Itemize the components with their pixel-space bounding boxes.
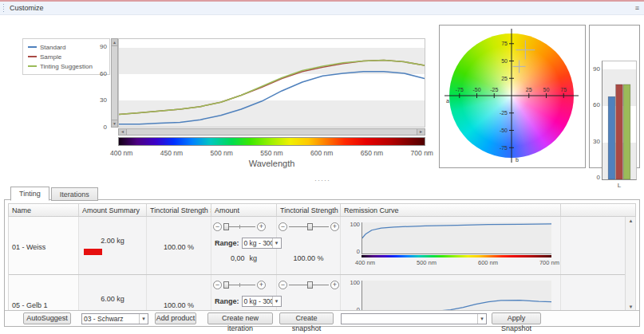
slider-midpoint [239,225,240,229]
amount-summary-value: 6.00 kg [79,295,146,303]
tab-tinting[interactable]: Tinting [10,187,49,201]
legend-label: Sample [40,53,61,61]
tinting-panel: Name Amount Summary Tinctorial Strength … [4,199,640,327]
snapshot-dropdown[interactable]: ▾ [341,313,487,324]
column-header-name[interactable]: Name [9,204,79,216]
standard-line-swatch [28,46,37,48]
column-header-amount-summary[interactable]: Amount Summary [79,204,147,216]
spectral-horizontal-zoom-scrollbar[interactable]: ◄ ► [118,128,425,136]
lightness-plot-area [602,61,637,180]
chevron-down-icon[interactable]: ▾ [139,314,148,324]
amount-bar [84,249,102,255]
product-name: 05 - Gelb 1 [12,301,48,309]
tinctorial-slider[interactable]: − + [279,222,339,231]
amount-slider-track[interactable] [223,222,255,231]
range-dropdown[interactable]: 0 kg - 300 l ▾ [242,296,282,307]
svg-text:50: 50 [543,87,550,92]
table-row[interactable]: 01 - Weiss 2.00 kg 100.00 % − [9,217,635,275]
cell-amount: − + Range: 0 kg - 300 l ▾ [211,275,277,311]
amount-slider[interactable]: − + [213,281,266,289]
scroll-down-icon[interactable]: ▼ [112,120,117,127]
range-dropdown[interactable]: 0 kg - 300 l ▾ [242,238,282,249]
amount-number: 0,00 [231,254,245,262]
lightness-chart-panel: 9060300 L [589,25,640,168]
increase-strength-icon[interactable]: + [330,281,339,289]
range-dropdown-value: 0 kg - 300 l [243,297,272,305]
tinctorial-slider-track[interactable] [289,281,329,289]
wavelength-spectrum-strip [118,137,425,146]
create-new-iteration-button[interactable]: Create new iteration [207,312,273,324]
cell-remission-curve: 1000 400 nm500 nm600 nm700 nm [341,275,561,311]
increase-amount-icon[interactable]: + [257,222,266,231]
amount-summary-value: 2.00 kg [79,237,146,245]
tinctorial-summary-value: 100.00 % [147,243,211,251]
amount-slider-handle[interactable] [223,223,229,230]
scroll-down-icon[interactable]: ▼ [626,305,636,309]
table-row[interactable]: 05 - Gelb 1 6.00 kg 100.00 % − + [9,275,635,311]
range-row: Range: 0 kg - 300 l ▾ [215,296,282,307]
tinting-line-swatch [28,65,37,67]
add-product-button[interactable]: Add product [155,312,196,324]
range-label: Range: [215,297,239,305]
increase-strength-icon[interactable]: + [330,222,339,231]
legend-label: Tinting Suggestion [40,63,93,70]
range-dropdown-value: 0 kg - 300 l [243,239,272,247]
customize-toolbar: Customize ≡ [0,0,644,15]
decrease-strength-icon[interactable]: − [279,222,287,231]
scroll-up-icon[interactable]: ▲ [112,39,117,46]
apply-snapshot-button[interactable]: Apply Snapshot [492,312,541,324]
tinctorial-slider[interactable]: − + [279,281,339,289]
tinctorial-slider-handle[interactable] [307,281,313,289]
grid-header: Name Amount Summary Tinctorial Strength … [8,203,636,217]
legend-label: Standard [40,44,65,51]
decrease-amount-icon[interactable]: − [213,281,222,289]
amount-unit: kg [250,254,258,262]
decrease-amount-icon[interactable]: − [213,222,222,231]
bottom-tab-bar: Tinting Iterations [10,187,100,201]
column-header-tinctorial-summary[interactable]: Tinctorial Strength Su... [147,204,211,216]
remission-chart: 1000 400 nm500 nm600 nm700 nm [349,221,553,269]
remission-x-labels: 400 nm500 nm600 nm700 nm [355,259,559,266]
column-header-amount[interactable]: Amount [211,204,277,216]
column-header-tinctorial-strength[interactable]: Tinctorial Strength [277,204,341,216]
amount-value: 0,00kg [211,254,276,262]
product-name: 01 - Weiss [12,243,45,251]
tab-iterations[interactable]: Iterations [51,187,98,201]
svg-text:a: a [446,98,449,104]
increase-amount-icon[interactable]: + [257,281,266,289]
slider-midpoint [239,283,240,287]
remission-y-labels: 1000 [349,279,360,311]
create-snapshot-button[interactable]: Create snapshot [279,312,334,324]
spectral-y-axis-labels: 9060300 [93,43,107,131]
spectral-vertical-zoom-scrollbar[interactable]: ▲ ▼ [111,38,118,128]
amount-slider-handle[interactable] [223,281,229,289]
amount-slider-track[interactable] [223,281,255,289]
remission-chart: 1000 400 nm500 nm600 nm700 nm [349,279,553,311]
lab-color-wheel-panel: -75-75-50-50-25-25252550507575ab [439,25,586,168]
scroll-right-icon[interactable]: ► [417,129,425,135]
tinctorial-strength-value: 100.00 % [277,254,340,262]
sample-line-swatch [28,56,37,57]
scroll-left-icon[interactable]: ◄ [119,129,127,135]
range-label: Range: [215,239,239,247]
lightness-category-label: L [602,182,637,189]
toolbar-menu-icon[interactable]: ≡ [635,4,639,12]
tinctorial-slider-track[interactable] [289,222,329,231]
svg-text:75: 75 [560,87,567,92]
grid-vertical-scrollbar[interactable]: ▲ ▼ [625,217,635,311]
cell-tinctorial-strength: − + 100.00 % [277,217,341,274]
scroll-up-icon[interactable]: ▲ [626,218,636,223]
toolbar-grip-icon[interactable] [2,3,6,13]
product-dropdown[interactable]: 03 - Schwarz ▾ [81,313,148,324]
splitter-handle[interactable]: ····· [306,176,338,184]
tinctorial-slider-handle[interactable] [307,223,313,230]
color-matching-app: { "icons": { "minus": "−", "plus": "+", … [0,0,644,334]
column-header-remission-curve[interactable]: Remission Curve [341,204,561,216]
svg-text:b: b [516,157,519,163]
autosuggest-button[interactable]: AutoSuggest [23,312,71,324]
x-axis-title: Wavelength [118,159,425,168]
decrease-strength-icon[interactable]: − [279,281,287,289]
amount-slider[interactable]: − + [213,222,266,231]
cell-remission-curve: 1000 400 nm500 nm600 nm700 nm [341,217,561,274]
chevron-down-icon[interactable]: ▾ [477,314,486,324]
